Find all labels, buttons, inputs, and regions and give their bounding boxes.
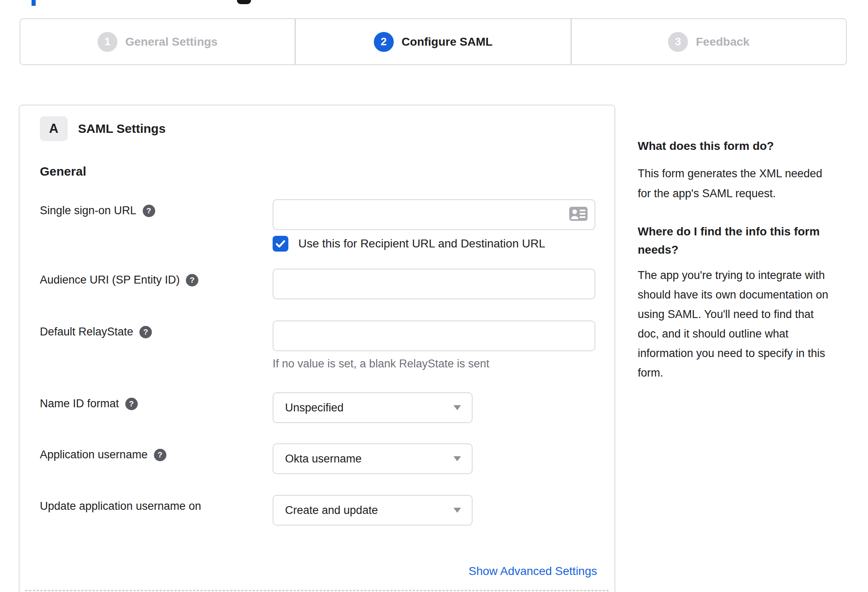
cutoff-dark-fragment bbox=[237, 0, 251, 4]
advanced-settings-row: Show Advanced Settings bbox=[40, 565, 597, 578]
update-username-value: Create and update bbox=[285, 504, 378, 517]
sso-url-label: Single sign-on URL bbox=[40, 204, 137, 217]
paragraph-line: using SAML. You'll need to find that bbox=[638, 305, 862, 324]
chevron-down-icon bbox=[454, 405, 461, 410]
sso-url-row: Single sign-on URL ? bbox=[40, 199, 595, 230]
show-advanced-settings-link[interactable]: Show Advanced Settings bbox=[468, 565, 597, 578]
general-section-heading: General bbox=[40, 164, 595, 179]
audience-uri-input[interactable] bbox=[273, 269, 595, 299]
heading-line: Where do I find the info this form bbox=[638, 223, 862, 241]
help-sidebar: What does this form do? This form genera… bbox=[638, 138, 862, 383]
sidebar-paragraph-where: The app you're trying to integrate with … bbox=[638, 266, 862, 383]
update-username-select[interactable]: Create and update bbox=[273, 495, 473, 526]
application-username-row: Application username ? Okta username bbox=[40, 443, 595, 474]
help-icon[interactable]: ? bbox=[154, 449, 166, 461]
help-icon[interactable]: ? bbox=[143, 205, 155, 217]
sidebar-heading-what: What does this form do? bbox=[638, 138, 862, 154]
section-a-badge: A bbox=[40, 116, 68, 141]
chevron-down-icon bbox=[454, 508, 461, 513]
recipient-url-checkbox-label: Use this for Recipient URL and Destinati… bbox=[298, 237, 545, 250]
relaystate-input[interactable] bbox=[273, 320, 595, 351]
paragraph-line: for the app's SAML request. bbox=[638, 183, 862, 203]
update-username-label-wrap: Update application username on bbox=[40, 495, 273, 513]
heading-line: needs? bbox=[638, 241, 862, 259]
contact-card-icon bbox=[569, 206, 588, 223]
relaystate-label: Default RelayState bbox=[40, 325, 133, 338]
name-id-format-label: Name ID format bbox=[40, 397, 119, 410]
application-username-label: Application username bbox=[40, 448, 148, 461]
step-feedback[interactable]: 3 Feedback bbox=[571, 19, 846, 64]
audience-uri-label-wrap: Audience URI (SP Entity ID) ? bbox=[40, 269, 273, 286]
checkmark-icon bbox=[276, 240, 285, 248]
paragraph-line: should have its own documentation on bbox=[638, 285, 862, 305]
help-icon[interactable]: ? bbox=[139, 326, 152, 338]
update-username-label: Update application username on bbox=[40, 500, 201, 513]
recipient-url-checkbox[interactable] bbox=[273, 236, 288, 252]
step-label: General Settings bbox=[125, 35, 218, 49]
sidebar-paragraph-what: This form generates the XML needed for t… bbox=[638, 164, 862, 203]
card-header: A SAML Settings bbox=[40, 116, 595, 141]
name-id-format-value: Unspecified bbox=[285, 401, 344, 414]
paragraph-line: This form generates the XML needed bbox=[638, 164, 862, 183]
relaystate-input-wrap bbox=[273, 320, 595, 351]
step-number-badge: 2 bbox=[374, 32, 394, 52]
step-configure-saml[interactable]: 2 Configure SAML bbox=[295, 19, 570, 64]
cutoff-blue-fragment bbox=[32, 0, 36, 6]
application-username-select[interactable]: Okta username bbox=[273, 443, 473, 474]
audience-uri-label: Audience URI (SP Entity ID) bbox=[40, 274, 180, 286]
relaystate-row: Default RelayState ? bbox=[40, 320, 595, 351]
chevron-down-icon bbox=[454, 456, 461, 461]
update-username-row: Update application username on Create an… bbox=[40, 495, 595, 526]
section-dashed-divider bbox=[25, 590, 609, 591]
application-username-label-wrap: Application username ? bbox=[40, 443, 273, 461]
step-general-settings[interactable]: 1 General Settings bbox=[20, 19, 295, 64]
name-id-format-label-wrap: Name ID format ? bbox=[40, 392, 273, 410]
paragraph-line: form. bbox=[638, 363, 862, 383]
relaystate-hint: If no value is set, a blank RelayState i… bbox=[273, 357, 595, 370]
help-icon[interactable]: ? bbox=[125, 398, 138, 410]
name-id-format-select[interactable]: Unspecified bbox=[273, 392, 473, 423]
step-label: Configure SAML bbox=[402, 35, 493, 49]
step-number-badge: 1 bbox=[98, 32, 117, 52]
card-title: SAML Settings bbox=[78, 122, 166, 136]
wizard-stepper: 1 General Settings 2 Configure SAML 3 Fe… bbox=[20, 18, 847, 65]
relaystate-label-wrap: Default RelayState ? bbox=[40, 320, 273, 338]
sso-url-input[interactable] bbox=[273, 199, 595, 230]
paragraph-line: The app you're trying to integrate with bbox=[638, 266, 862, 285]
step-label: Feedback bbox=[696, 35, 749, 49]
audience-uri-input-wrap bbox=[273, 269, 595, 299]
recipient-url-checkbox-row: Use this for Recipient URL and Destinati… bbox=[273, 236, 595, 252]
sso-url-input-wrap bbox=[273, 199, 595, 230]
name-id-format-row: Name ID format ? Unspecified bbox=[40, 392, 595, 423]
audience-uri-row: Audience URI (SP Entity ID) ? bbox=[40, 269, 595, 299]
application-username-value: Okta username bbox=[285, 453, 362, 465]
help-icon[interactable]: ? bbox=[186, 274, 198, 286]
step-number-badge: 3 bbox=[668, 32, 688, 52]
saml-settings-card: A SAML Settings General Single sign-on U… bbox=[19, 105, 615, 592]
paragraph-line: information you need to specify in this bbox=[638, 344, 862, 363]
paragraph-line: doc, and it should outline what bbox=[638, 324, 862, 344]
sidebar-heading-where: Where do I find the info this form needs… bbox=[638, 223, 862, 259]
sso-url-label-wrap: Single sign-on URL ? bbox=[40, 199, 273, 217]
